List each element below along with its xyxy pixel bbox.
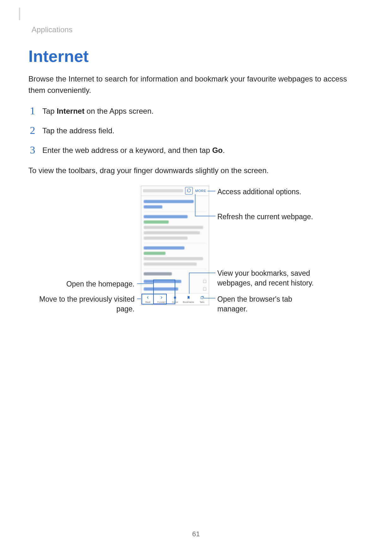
forward-button[interactable]: Forward: [155, 293, 168, 305]
step-number: 2: [28, 125, 37, 136]
intro-text: Browse the Internet to search for inform…: [28, 73, 364, 96]
chevron-right-icon: [160, 295, 163, 301]
svg-rect-0: [201, 297, 203, 299]
home-button[interactable]: Home: [168, 293, 182, 305]
tabs-icon: [200, 295, 204, 301]
step-text: Enter the web address or a keyword, and …: [42, 145, 225, 155]
left-rule: [19, 8, 20, 20]
callout-more: Access additional options.: [217, 187, 301, 197]
more-button[interactable]: MORE: [195, 188, 207, 194]
page-number: 61: [0, 530, 392, 538]
browser-toolbar: Back Forward Home Bookmarks Tabs: [141, 293, 209, 305]
step-2: 2 Tap the address field.: [28, 125, 364, 136]
home-icon: [173, 295, 177, 301]
phone-screenshot: MORE: [141, 186, 209, 305]
tabs-button[interactable]: Tabs: [195, 293, 209, 305]
browser-topbar: MORE: [141, 186, 209, 196]
breadcrumb: Applications: [32, 25, 364, 34]
address-bar[interactable]: [143, 189, 183, 192]
step-1: 1 Tap Internet on the Apps screen.: [28, 105, 364, 116]
note-text: To view the toolbars, drag your finger d…: [28, 165, 364, 176]
refresh-button[interactable]: [185, 187, 193, 195]
callout-bookmarks: View your bookmarks, saved webpages, and…: [217, 268, 318, 288]
figure: MORE: [28, 186, 363, 318]
back-button[interactable]: Back: [141, 293, 155, 305]
step-list: 1 Tap Internet on the Apps screen. 2 Tap…: [28, 105, 364, 155]
page-title: Internet: [28, 47, 364, 66]
bookmark-icon: [187, 295, 190, 301]
step-3: 3 Enter the web address or a keyword, an…: [28, 145, 364, 155]
step-text: Tap the address field.: [42, 125, 114, 136]
bookmarks-button[interactable]: Bookmarks: [182, 293, 195, 305]
chevron-left-icon: [146, 295, 150, 301]
page-content-preview: [141, 196, 209, 295]
callout-refresh: Refresh the current webpage.: [217, 212, 313, 222]
step-text: Tap Internet on the Apps screen.: [42, 105, 154, 116]
step-number: 1: [28, 105, 37, 116]
step-number: 3: [28, 145, 37, 155]
callout-tabs: Open the browser's tab manager.: [217, 294, 318, 314]
callout-back: Move to the previously visited page.: [35, 294, 135, 314]
refresh-icon: [187, 188, 191, 193]
callout-home: Open the homepage.: [35, 279, 135, 289]
